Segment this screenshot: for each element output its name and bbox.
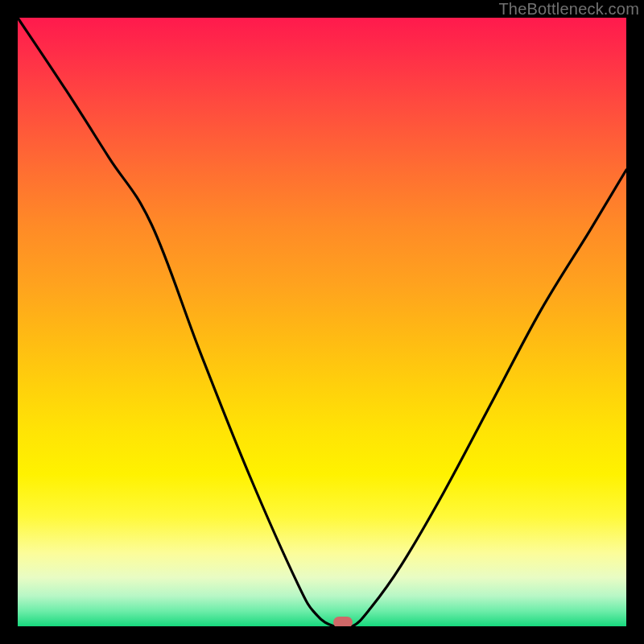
- optimal-point-marker: [333, 617, 353, 626]
- bottleneck-curve: [18, 18, 626, 626]
- plot-area: [18, 18, 626, 626]
- watermark-text: TheBottleneck.com: [498, 0, 639, 19]
- chart-frame: TheBottleneck.com: [0, 0, 644, 644]
